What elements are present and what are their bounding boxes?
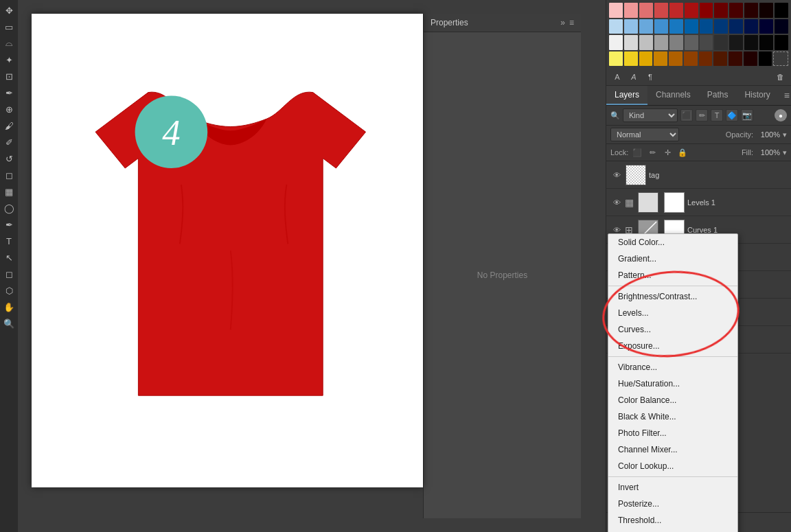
swatch[interactable] — [685, 3, 698, 18]
menu-item-invert[interactable]: Invert — [608, 479, 737, 496]
type-tool[interactable]: T — [1, 233, 16, 248]
3d-tool[interactable]: ⬡ — [1, 283, 16, 298]
layer-eye-tag[interactable]: 👁 — [610, 169, 623, 181]
kind-filter-select[interactable]: Kind — [623, 108, 678, 122]
filter-toggle[interactable]: ● — [775, 109, 787, 122]
swatch[interactable] — [759, 19, 773, 34]
swatch[interactable] — [700, 3, 713, 18]
swatch[interactable] — [713, 51, 727, 67]
tab-paths[interactable]: Paths — [699, 86, 737, 105]
marquee-tool[interactable]: ▭ — [1, 19, 16, 34]
swatch[interactable] — [654, 3, 668, 18]
swatch[interactable] — [654, 51, 667, 67]
swatch[interactable] — [729, 35, 743, 50]
menu-item-photo-filter[interactable]: Photo Filter... — [608, 425, 737, 441]
menu-item-color-lookup[interactable]: Color Lookup... — [608, 458, 737, 474]
swatch[interactable] — [639, 35, 653, 50]
lock-all-btn[interactable]: 🔒 — [676, 146, 689, 159]
swatch[interactable] — [700, 19, 713, 34]
menu-item-vibrance[interactable]: Vibrance... — [608, 359, 737, 375]
swatch[interactable] — [669, 35, 683, 50]
layer-eye-levels1[interactable]: 👁 — [610, 196, 623, 209]
swatch[interactable] — [624, 51, 638, 67]
filter-adjustment-btn[interactable]: ✏ — [696, 109, 708, 122]
swatch[interactable] — [759, 35, 773, 50]
swatch[interactable] — [669, 3, 683, 18]
swatch[interactable] — [609, 51, 623, 67]
filter-type-btn[interactable]: T — [711, 109, 723, 122]
swatch[interactable] — [699, 51, 713, 67]
swatch[interactable] — [775, 35, 788, 50]
properties-menu-icon[interactable]: ≡ — [569, 18, 574, 27]
swatch[interactable] — [609, 35, 623, 50]
menu-item-posterize[interactable]: Posterize... — [608, 496, 737, 512]
swatch[interactable] — [639, 3, 653, 18]
swatch[interactable] — [700, 35, 713, 50]
menu-item-gradient[interactable]: Gradient... — [608, 251, 737, 267]
healing-tool[interactable]: ⊕ — [1, 102, 16, 117]
tab-history[interactable]: History — [736, 86, 778, 105]
swatch[interactable] — [639, 51, 653, 67]
swatch[interactable] — [729, 3, 743, 18]
swatch[interactable] — [685, 19, 698, 34]
layer-row-tag[interactable]: 👁 tag — [606, 161, 791, 189]
swatch[interactable] — [669, 19, 683, 34]
right-tool-trash[interactable]: 🗑 — [773, 70, 787, 84]
swatch[interactable] — [744, 19, 758, 34]
crop-tool[interactable]: ⊡ — [1, 69, 16, 84]
swatch[interactable] — [685, 35, 698, 50]
pen-tool[interactable]: ✒ — [1, 217, 16, 232]
swatch[interactable] — [714, 3, 728, 18]
properties-expand-icon[interactable]: » — [560, 18, 565, 27]
swatch[interactable] — [714, 35, 728, 50]
wand-tool[interactable]: ✦ — [1, 52, 16, 67]
filter-pixel-btn[interactable]: ⬛ — [680, 109, 693, 122]
lock-pixel-btn[interactable]: ✏ — [646, 146, 658, 159]
lock-position-btn[interactable]: ✛ — [661, 146, 674, 159]
menu-item-brightness-contrast[interactable]: Brightness/Contrast... — [608, 288, 737, 305]
lasso-tool[interactable]: ⌓ — [1, 36, 16, 51]
dodge-tool[interactable]: ◯ — [1, 200, 16, 216]
swatch[interactable] — [744, 51, 757, 67]
swatch[interactable] — [609, 19, 623, 34]
swatch[interactable] — [729, 19, 743, 34]
swatch[interactable] — [729, 51, 742, 67]
opacity-value[interactable]: 100% — [756, 130, 780, 139]
swatch[interactable] — [759, 51, 772, 67]
history-brush[interactable]: ↺ — [1, 151, 16, 166]
menu-item-solid-color[interactable]: Solid Color... — [608, 234, 737, 251]
brush-tool[interactable]: 🖌 — [1, 118, 16, 133]
menu-item-threshold[interactable]: Threshold... — [608, 512, 737, 529]
swatch[interactable] — [639, 19, 653, 34]
swatch[interactable] — [684, 51, 698, 67]
menu-item-gradient-map[interactable]: Gradient Map... — [608, 529, 737, 532]
swatch[interactable] — [624, 35, 638, 50]
lock-transparent-btn[interactable]: ⬛ — [631, 146, 643, 159]
swatch[interactable] — [744, 35, 758, 50]
fill-value[interactable]: 100% — [756, 148, 780, 157]
menu-item-curves[interactable]: Curves... — [608, 321, 737, 338]
menu-item-levels[interactable]: Levels... — [608, 305, 737, 321]
gradient-tool[interactable]: ▦ — [1, 184, 16, 199]
swatch[interactable] — [624, 19, 638, 34]
menu-item-channel-mixer[interactable]: Channel Mixer... — [608, 441, 737, 458]
fill-chevron[interactable]: ▾ — [783, 148, 787, 157]
right-tool-3[interactable]: ¶ — [643, 70, 657, 84]
swatch[interactable] — [744, 3, 758, 18]
tab-layers[interactable]: Layers — [606, 86, 647, 105]
filter-smart-btn[interactable]: 📷 — [741, 109, 753, 122]
swatch[interactable] — [759, 3, 773, 18]
menu-item-exposure[interactable]: Exposure... — [608, 338, 737, 354]
menu-item-black-white[interactable]: Black & White... — [608, 408, 737, 425]
swatch[interactable] — [654, 35, 668, 50]
swatch[interactable] — [609, 3, 623, 18]
clone-tool[interactable]: ✐ — [1, 135, 16, 150]
menu-item-color-balance[interactable]: Color Balance... — [608, 392, 737, 408]
menu-item-pattern[interactable]: Pattern... — [608, 267, 737, 284]
path-select-tool[interactable]: ↖ — [1, 250, 16, 265]
eyedropper-tool[interactable]: ✒ — [1, 85, 16, 100]
swatch[interactable] — [775, 19, 788, 34]
layer-row-levels1[interactable]: 👁 ▦ Levels 1 — [606, 189, 791, 216]
swatch[interactable] — [714, 19, 728, 34]
layers-menu-button[interactable]: ≡ — [779, 87, 791, 104]
